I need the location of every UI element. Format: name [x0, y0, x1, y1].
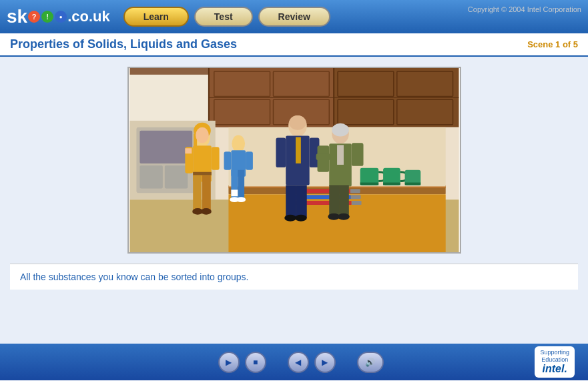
- playback-controls: ▶ ■ ◀ ▶ 🔊: [218, 352, 384, 373]
- svg-rect-48: [211, 147, 219, 170]
- page-title: Properties of Solids, Liquids and Gases: [10, 37, 237, 51]
- svg-rect-64: [295, 137, 300, 163]
- svg-rect-46: [202, 175, 211, 212]
- svg-point-50: [201, 208, 212, 215]
- header: sk .co.uk Learn Test Review Copyright © …: [0, 0, 588, 33]
- tab-review[interactable]: Review: [258, 7, 330, 27]
- copyright: Copyright © 2004 Intel Corporation: [468, 5, 581, 13]
- rewind-icon: ◀: [295, 358, 301, 367]
- main-content: All the substances you know can be sorte…: [0, 57, 588, 344]
- svg-rect-32: [404, 183, 420, 185]
- svg-point-70: [294, 215, 306, 222]
- logo-bubble-red: [28, 11, 40, 23]
- sound-button[interactable]: 🔊: [357, 352, 384, 373]
- svg-point-72: [332, 123, 349, 137]
- svg-point-42: [196, 127, 209, 143]
- svg-point-62: [289, 115, 306, 130]
- logo-bubble-green: [41, 11, 53, 23]
- logo-domain: .co.uk: [67, 8, 110, 25]
- svg-rect-67: [276, 137, 286, 167]
- stop-button[interactable]: ■: [245, 352, 266, 373]
- scene-indicator: Scene 1 of 5: [527, 39, 578, 49]
- tab-learn[interactable]: Learn: [123, 7, 189, 27]
- svg-rect-1: [129, 68, 208, 75]
- svg-rect-58: [231, 189, 238, 196]
- scene-image: [127, 67, 461, 254]
- svg-rect-28: [360, 183, 378, 185]
- logo-sk: sk: [7, 6, 27, 27]
- svg-rect-56: [224, 151, 231, 170]
- svg-rect-26: [164, 165, 187, 189]
- footer: ▶ ■ ◀ ▶ 🔊 Supporting Education intel.: [0, 344, 588, 380]
- svg-rect-25: [139, 165, 163, 189]
- svg-rect-54: [238, 170, 244, 200]
- title-bar: Properties of Solids, Liquids and Gases …: [0, 33, 588, 57]
- svg-rect-36: [350, 195, 360, 199]
- svg-point-60: [236, 197, 246, 202]
- kitchen-scene: [129, 68, 460, 252]
- svg-rect-24: [139, 131, 192, 163]
- play-button[interactable]: ▶: [218, 352, 240, 373]
- logo-bubble-blue: [55, 11, 67, 23]
- caption-text: All the substances you know can be sorte…: [20, 272, 248, 282]
- svg-point-51: [232, 135, 245, 153]
- svg-rect-75: [329, 185, 339, 216]
- svg-rect-76: [339, 185, 349, 216]
- stop-icon: ■: [253, 358, 258, 367]
- svg-rect-30: [383, 183, 400, 185]
- svg-rect-57: [246, 151, 253, 170]
- svg-rect-81: [316, 153, 330, 160]
- svg-rect-45: [193, 175, 202, 212]
- svg-rect-55: [185, 148, 192, 153]
- svg-rect-34: [350, 189, 360, 193]
- svg-rect-38: [351, 201, 361, 205]
- tab-test[interactable]: Test: [194, 7, 253, 27]
- svg-rect-44: [193, 172, 212, 175]
- play-icon: ▶: [226, 358, 232, 367]
- svg-rect-66: [296, 185, 306, 218]
- intel-logo: intel.: [543, 363, 567, 375]
- forward-icon: ▶: [322, 358, 328, 367]
- rewind-button[interactable]: ◀: [288, 352, 309, 373]
- sound-icon: 🔊: [365, 358, 375, 367]
- supporting-education-text: Supporting Education: [540, 349, 569, 364]
- caption-area: All the substances you know can be sorte…: [10, 264, 578, 290]
- nav-tabs: Learn Test Review: [123, 7, 330, 27]
- svg-rect-78: [351, 143, 363, 166]
- forward-button[interactable]: ▶: [314, 352, 336, 373]
- logo-area: sk .co.uk: [7, 6, 110, 27]
- intel-badge: Supporting Education intel.: [535, 346, 575, 378]
- svg-rect-74: [337, 145, 344, 165]
- svg-point-80: [338, 214, 350, 220]
- svg-rect-65: [286, 185, 296, 218]
- svg-point-69: [284, 215, 296, 222]
